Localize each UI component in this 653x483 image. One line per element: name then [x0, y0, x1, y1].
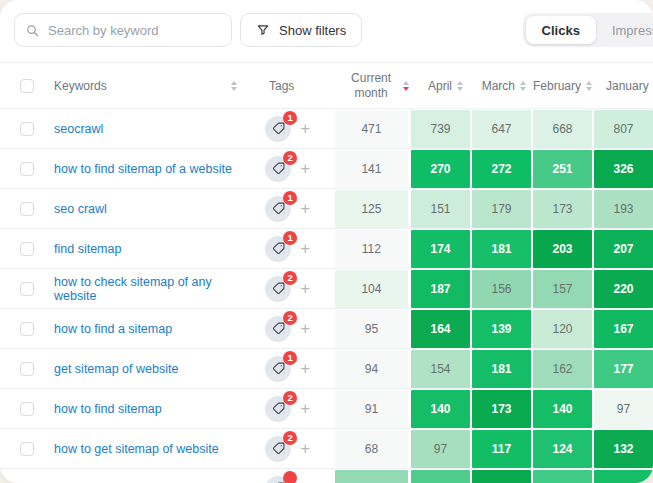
heatmap-row: 164139120167	[410, 309, 653, 349]
funnel-icon	[256, 23, 270, 37]
row-checkbox[interactable]	[20, 242, 34, 256]
heatmap-row: 174181203207	[410, 229, 653, 269]
add-tag-button[interactable]: +	[300, 200, 310, 217]
heatmap-cell: 220	[594, 270, 653, 308]
table-row: seocrawl 1 + 471 739647668807	[0, 108, 653, 148]
heatmap-cell: 270	[411, 150, 470, 188]
tag-icon	[272, 202, 285, 215]
heatmap-row	[410, 469, 653, 483]
keyword-link[interactable]: seocrawl	[54, 122, 103, 136]
add-tag-button[interactable]: +	[300, 160, 310, 177]
heatmap-cell: 132	[594, 430, 653, 468]
keyword-link[interactable]: seo crawl	[54, 202, 107, 216]
heatmap-cell: 272	[472, 150, 531, 188]
heatmap-cell: 120	[533, 310, 592, 348]
tag-count-badge	[283, 471, 297, 483]
current-month-value: 141	[335, 150, 408, 188]
heatmap-cell: 154	[411, 350, 470, 388]
add-tag-button[interactable]: +	[300, 440, 310, 457]
add-tag-button[interactable]: +	[300, 400, 310, 417]
row-checkbox[interactable]	[20, 322, 34, 336]
table-body: seocrawl 1 + 471 739647668807 how to fin…	[0, 108, 653, 483]
tag-icon	[272, 402, 285, 415]
heatmap-cell: 181	[472, 350, 531, 388]
keyword-link[interactable]: how to check sitemap of any website	[54, 275, 247, 303]
sort-icon-current-month-desc-active[interactable]	[403, 81, 409, 91]
search-box[interactable]	[14, 13, 232, 47]
tag-count-badge: 2	[283, 311, 297, 325]
add-tag-button[interactable]: +	[300, 120, 310, 137]
heatmap-cell: 251	[533, 150, 592, 188]
month-column-header-april[interactable]: April	[428, 79, 452, 93]
sort-icon-march[interactable]	[520, 81, 526, 91]
heatmap-cell: 647	[472, 110, 531, 148]
heatmap-cell: 97	[594, 390, 653, 428]
heatmap-cell: 668	[533, 110, 592, 148]
add-tag-button[interactable]: +	[300, 360, 310, 377]
tag-icon	[272, 442, 285, 455]
search-icon	[25, 23, 40, 38]
keyword-link[interactable]: find sitemap	[54, 242, 121, 256]
heatmap-cell	[594, 470, 653, 483]
heatmap-cell: 162	[533, 350, 592, 388]
current-month-value: 104	[335, 270, 408, 308]
tag-count-badge: 1	[283, 351, 297, 365]
row-checkbox[interactable]	[20, 362, 34, 376]
heatmap-row: 14017314097	[410, 389, 653, 429]
heatmap-cell: 139	[472, 310, 531, 348]
table-row: get sitemap of website 1 + 94 1541811621…	[0, 348, 653, 388]
current-month-column-header[interactable]: Current month	[345, 71, 397, 101]
row-checkbox[interactable]	[20, 202, 34, 216]
current-month-value: 112	[335, 230, 408, 268]
add-tag-button[interactable]: +	[300, 280, 310, 297]
month-column-header-january[interactable]: January	[606, 79, 649, 93]
tag-count-badge: 2	[283, 151, 297, 165]
toggle-clicks[interactable]: Clicks	[526, 16, 596, 44]
add-tag-button[interactable]: +	[300, 320, 310, 337]
keyword-link[interactable]: how to find sitemap	[54, 402, 162, 416]
keyword-link[interactable]: how to find a sitemap	[54, 322, 172, 336]
keyword-link[interactable]: how to get sitemap of website	[54, 442, 219, 456]
heatmap-cell: 156	[472, 270, 531, 308]
toolbar: Show filters Clicks Impressions	[0, 0, 653, 62]
heatmap-cell: 179	[472, 190, 531, 228]
table-row: how to find a sitemap 2 + 95 16413912016…	[0, 308, 653, 348]
keyword-link[interactable]: how to find sitemap of a website	[54, 162, 232, 176]
select-all-checkbox[interactable]	[20, 79, 34, 93]
row-checkbox[interactable]	[20, 122, 34, 136]
row-checkbox[interactable]	[20, 442, 34, 456]
add-tag-button[interactable]: +	[300, 240, 310, 257]
current-month-value: 94	[335, 350, 408, 388]
heatmap-cell: 124	[533, 430, 592, 468]
heatmap-cell: 177	[594, 350, 653, 388]
row-checkbox[interactable]	[20, 282, 34, 296]
row-checkbox[interactable]	[20, 162, 34, 176]
show-filters-label: Show filters	[279, 23, 346, 38]
show-filters-button[interactable]: Show filters	[240, 13, 362, 47]
tag-count-badge: 2	[283, 431, 297, 445]
table-row: how to find sitemap 2 + 91 14017314097	[0, 388, 653, 428]
heatmap-cell: 193	[594, 190, 653, 228]
keyword-link[interactable]: get sitemap of website	[54, 362, 178, 376]
month-column-header-february[interactable]: February	[533, 79, 581, 93]
current-month-value: 91	[335, 390, 408, 428]
heatmap-cell: 203	[533, 230, 592, 268]
keywords-column-header[interactable]: Keywords	[54, 79, 107, 93]
heatmap-cell: 167	[594, 310, 653, 348]
sort-icon-april[interactable]	[457, 81, 463, 91]
current-month-value: 95	[335, 310, 408, 348]
table-row: how to find sitemap of a website 2 + 141…	[0, 148, 653, 188]
row-checkbox[interactable]	[20, 402, 34, 416]
heatmap-row: 270272251326	[410, 149, 653, 189]
sort-icon-keywords[interactable]	[231, 81, 237, 91]
tag-icon	[272, 322, 285, 335]
heatmap-cell: 117	[472, 430, 531, 468]
toggle-impressions[interactable]: Impressions	[596, 16, 653, 44]
table-row: how to check sitemap of any website 2 + …	[0, 268, 653, 308]
search-input[interactable]	[48, 23, 224, 38]
table-row: find sitemap 1 + 112 174181203207	[0, 228, 653, 268]
heatmap-cell: 151	[411, 190, 470, 228]
month-column-header-march[interactable]: March	[482, 79, 515, 93]
tag-count-badge: 2	[283, 271, 297, 285]
tags-column-header: Tags	[269, 79, 294, 93]
